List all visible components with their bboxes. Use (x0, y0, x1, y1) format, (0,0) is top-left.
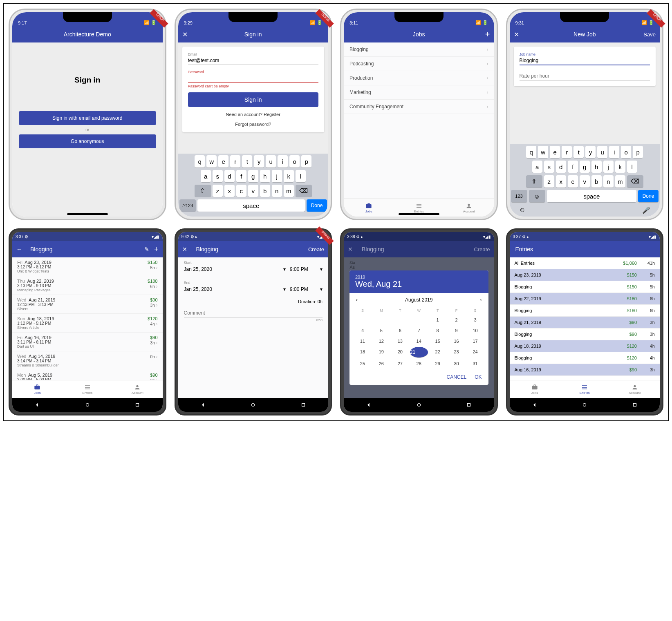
nav-back-icon[interactable] (200, 402, 206, 408)
nav-back-icon[interactable] (532, 402, 538, 408)
calendar-day[interactable]: 22 (429, 347, 447, 358)
save-button[interactable]: Save (643, 31, 656, 38)
key-o[interactable]: o (289, 155, 300, 168)
key-c[interactable]: c (236, 185, 246, 197)
key-x[interactable]: x (556, 175, 566, 188)
key-r[interactable]: r (230, 155, 240, 168)
key-p[interactable]: p (301, 155, 311, 168)
key-y[interactable]: y (585, 146, 596, 158)
nav-home-icon[interactable] (416, 402, 422, 408)
calendar-day[interactable]: 1 (429, 315, 447, 325)
key-⌫[interactable]: ⌫ (296, 185, 312, 197)
key-f[interactable]: f (236, 170, 246, 182)
end-time-select[interactable]: 9:00 PM▾ (290, 285, 323, 294)
key-c[interactable]: c (568, 175, 578, 188)
job-row[interactable]: Community Engagement› (344, 100, 494, 114)
key-a[interactable]: a (201, 170, 211, 182)
key-q[interactable]: q (526, 146, 536, 158)
calendar-day[interactable]: 11 (354, 336, 372, 346)
edit-icon[interactable]: ✎ (144, 246, 149, 252)
home-indicator[interactable] (67, 213, 108, 215)
key-i[interactable]: i (609, 146, 619, 158)
key-space[interactable]: space (547, 190, 637, 202)
entries-row[interactable]: Blogging$1505h (510, 281, 660, 293)
calendar-day[interactable]: 16 (448, 336, 466, 346)
key-y[interactable]: y (254, 155, 264, 168)
nav-recent-icon[interactable] (300, 402, 306, 408)
calendar-day[interactable]: 31 (466, 359, 484, 369)
calendar-day[interactable]: 6 (391, 326, 409, 335)
key-m[interactable]: m (284, 185, 294, 197)
key-r[interactable]: r (562, 146, 572, 158)
key-u[interactable]: u (597, 146, 607, 158)
create-button[interactable]: Create (474, 246, 490, 252)
key-emoji[interactable]: ☺ (529, 190, 545, 202)
job-row[interactable]: Blogging› (344, 42, 494, 57)
key-h[interactable]: h (591, 161, 602, 173)
calendar-day[interactable]: 21 (410, 347, 428, 358)
prev-month-icon[interactable]: ‹ (356, 297, 358, 303)
calendar-day[interactable]: 28 (410, 359, 428, 369)
keyboard[interactable]: qwertyuiop asdfghjkl ⇧zxcvbnm⌫ .?123 spa… (178, 154, 329, 217)
key-t[interactable]: t (242, 155, 252, 168)
ok-button[interactable]: OK (475, 374, 482, 380)
key-e[interactable]: e (550, 146, 560, 158)
entry-row[interactable]: Fri Aug 16, 20193:11 PM - 6:11 PMDart as… (12, 333, 163, 351)
nav-back-icon[interactable] (366, 402, 372, 408)
create-button[interactable]: Create (308, 246, 324, 252)
calendar-day[interactable]: 10 (466, 326, 484, 335)
nav-recent-icon[interactable] (632, 402, 638, 408)
tab-jobs[interactable]: Jobs (510, 380, 560, 398)
back-icon[interactable]: ← (16, 246, 22, 252)
end-date-select[interactable]: Jan 25, 2020▾ (184, 285, 286, 294)
key-p[interactable]: p (633, 146, 643, 158)
calendar-day[interactable]: 12 (372, 336, 390, 346)
calendar-day[interactable]: 19 (372, 347, 390, 358)
calendar-day[interactable]: 2 (448, 315, 466, 325)
key-v[interactable]: v (580, 175, 590, 188)
key-o[interactable]: o (621, 146, 631, 158)
key-123[interactable]: 123 (511, 190, 527, 202)
key-q[interactable]: q (195, 155, 205, 168)
key-x[interactable]: x (224, 185, 235, 197)
entry-row[interactable]: Wed Aug 21, 201912:13 PM - 3:13 PMSliver… (12, 295, 163, 314)
entry-row[interactable]: Thu Aug 22, 20193:13 PM - 9:13 PMManagin… (12, 276, 163, 295)
key-j[interactable]: j (272, 170, 282, 182)
entries-row[interactable]: Blogging$903h (510, 328, 660, 340)
close-icon[interactable]: ✕ (182, 31, 188, 38)
key-n[interactable]: n (272, 185, 282, 197)
key-u[interactable]: u (266, 155, 276, 168)
key-z[interactable]: z (213, 185, 223, 197)
calendar-day[interactable]: 3 (466, 315, 484, 325)
key-b[interactable]: b (260, 185, 270, 197)
calendar-day[interactable]: 27 (391, 359, 409, 369)
calendar-day[interactable]: 20 (391, 347, 409, 358)
job-row[interactable]: Marketing› (344, 85, 494, 100)
start-time-select[interactable]: 9:00 PM▾ (290, 265, 323, 274)
cancel-button[interactable]: CANCEL (446, 374, 466, 380)
key-a[interactable]: a (532, 161, 542, 173)
key-k[interactable]: k (615, 161, 625, 173)
calendar-year[interactable]: 2019 (355, 275, 483, 279)
tab-account[interactable]: Account (444, 199, 494, 217)
nav-recent-icon[interactable] (134, 402, 140, 408)
calendar-day[interactable]: 15 (429, 336, 447, 346)
nav-back-icon[interactable] (34, 402, 40, 408)
job-row[interactable]: Podcasting› (344, 57, 494, 71)
nav-recent-icon[interactable] (466, 402, 472, 408)
key-i[interactable]: i (278, 155, 288, 168)
entry-row[interactable]: Fri Aug 23, 20193:12 PM - 8:12 PMUnit & … (12, 257, 163, 276)
entries-row[interactable]: All Entries$1,06041h (510, 257, 660, 269)
key-g[interactable]: g (580, 161, 590, 173)
key-s[interactable]: s (213, 170, 223, 182)
calendar-day[interactable]: 18 (354, 347, 372, 358)
key-d[interactable]: d (224, 170, 235, 182)
key-⌫[interactable]: ⌫ (627, 175, 643, 188)
job-row[interactable]: Production› (344, 71, 494, 85)
key-j[interactable]: j (603, 161, 614, 173)
forgot-password-link[interactable]: Forgot password? (188, 122, 319, 127)
entry-row[interactable]: Wed Aug 14, 20193:14 PM - 3:14 PMStreams… (12, 351, 163, 370)
key-n[interactable]: n (603, 175, 614, 188)
key-e[interactable]: e (218, 155, 228, 168)
calendar-day[interactable]: 14 (410, 336, 428, 346)
